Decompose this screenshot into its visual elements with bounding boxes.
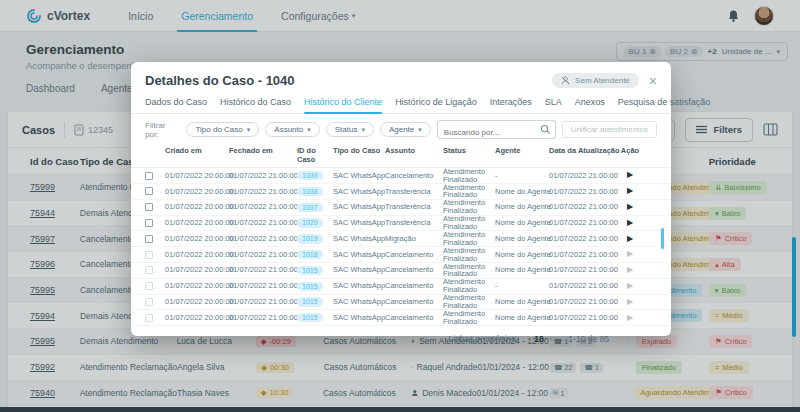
- play-action-icon[interactable]: ▶: [627, 170, 633, 179]
- no-agent-label: Sem Atendente: [575, 76, 630, 85]
- created-at-cell: 01/07/2022 20:00:00: [165, 203, 229, 211]
- prev-page-button[interactable]: ‹: [625, 332, 629, 346]
- chevron-down-icon: ▾: [418, 126, 422, 134]
- chevron-down-icon: ▾: [307, 126, 311, 134]
- checkbox-cell: [145, 251, 165, 259]
- history-row[interactable]: 01/07/2022 20:00:0001/07/2022 21:00:0010…: [131, 263, 671, 279]
- history-row[interactable]: 01/07/2022 20:00:0001/07/2022 21:00:0010…: [131, 168, 671, 184]
- subject-cell: Cancelamento: [385, 266, 443, 274]
- play-action-icon[interactable]: ▶: [627, 297, 633, 306]
- row-checkbox[interactable]: [145, 314, 153, 322]
- modal-tab[interactable]: Histórico de Ligação: [395, 97, 477, 113]
- row-checkbox[interactable]: [145, 251, 153, 259]
- case-type-cell: SAC WhatsApp: [333, 203, 385, 211]
- row-checkbox[interactable]: [145, 298, 153, 306]
- filter-pill[interactable]: Status▾: [326, 122, 374, 137]
- modal-tab[interactable]: Histórico do Caso: [220, 97, 291, 113]
- pagination: Linhas por página: 10 ▾ 1-10 de 85 ‹ ›: [131, 326, 671, 346]
- history-row[interactable]: 01/07/2022 20:00:0001/07/2022 21:00:0010…: [131, 295, 671, 311]
- row-checkbox[interactable]: [145, 235, 153, 243]
- rows-per-page-value: 10: [534, 334, 543, 344]
- modal-tab[interactable]: SLA: [545, 97, 562, 113]
- history-row[interactable]: 01/07/2022 20:00:0001/07/2022 21:00:0010…: [131, 247, 671, 263]
- case-type-cell: SAC WhatsApp: [333, 188, 385, 196]
- checkbox-cell: [145, 172, 165, 180]
- history-row[interactable]: 01/07/2022 20:00:0001/07/2022 21:00:0010…: [131, 200, 671, 216]
- play-action-icon[interactable]: ▶: [627, 313, 633, 322]
- status-cell: Atendimento Finalizado: [443, 263, 495, 279]
- play-action-icon[interactable]: ▶: [627, 265, 633, 274]
- updated-at-cell: 01/07/2022 21:00:00: [549, 282, 619, 290]
- unify-attendances-button[interactable]: Unificar atendimentos: [562, 121, 657, 138]
- modal-tab[interactable]: Pesquisa de satisfação: [618, 97, 711, 113]
- action-cell: ▶: [619, 203, 641, 211]
- case-id-badge[interactable]: 1039: [297, 171, 323, 180]
- history-table-body: 01/07/2022 20:00:0001/07/2022 21:00:0010…: [131, 168, 671, 326]
- case-type-cell: SAC WhatsApp: [333, 282, 385, 290]
- checkbox-cell: [145, 314, 165, 322]
- no-agent-badge[interactable]: Sem Atendente: [552, 73, 639, 88]
- history-row[interactable]: 01/07/2022 20:00:0001/07/2022 21:00:0010…: [131, 216, 671, 232]
- subject-cell: Migração: [385, 235, 443, 243]
- play-action-icon[interactable]: ▶: [627, 186, 633, 195]
- status-cell: Atendimento Finalizado: [443, 184, 495, 200]
- case-id-badge[interactable]: 1020: [297, 218, 323, 227]
- status-cell: Atendimento Finalizado: [443, 247, 495, 263]
- play-action-icon[interactable]: ▶: [627, 281, 633, 290]
- history-row[interactable]: 01/07/2022 20:00:0001/07/2022 21:00:0010…: [131, 310, 671, 326]
- column-header: Tipo do Caso: [333, 147, 385, 156]
- agent-cell: Nome do Agente: [495, 266, 549, 274]
- row-checkbox[interactable]: [145, 187, 153, 195]
- case-type-cell: SAC WhatsApp: [333, 298, 385, 306]
- modal-search-input[interactable]: [438, 124, 555, 141]
- case-id-badge[interactable]: 1037: [297, 203, 323, 212]
- row-checkbox[interactable]: [145, 282, 153, 290]
- closed-at-cell: 01/07/2022 21:00:00: [229, 266, 297, 274]
- action-cell: ▶: [619, 171, 641, 179]
- updated-at-cell: 01/07/2022 21:00:00: [549, 203, 619, 211]
- next-page-button[interactable]: ›: [649, 332, 653, 346]
- row-checkbox[interactable]: [145, 172, 153, 180]
- action-cell: ▶: [619, 235, 641, 243]
- play-action-icon[interactable]: ▶: [627, 202, 633, 211]
- filter-pill[interactable]: Assunto▾: [265, 122, 319, 137]
- modal-tab[interactable]: Dados do Caso: [145, 97, 207, 113]
- play-action-icon[interactable]: ▶: [627, 234, 633, 243]
- action-cell: ▶: [619, 314, 641, 322]
- case-id-badge[interactable]: 1015: [297, 313, 323, 322]
- close-icon[interactable]: ×: [649, 74, 657, 88]
- case-id-badge[interactable]: 1038: [297, 187, 323, 196]
- case-id-badge[interactable]: 1015: [297, 282, 323, 291]
- case-id-cell: 1037: [297, 203, 333, 212]
- row-checkbox[interactable]: [145, 266, 153, 274]
- filter-pill[interactable]: Tipo do Caso▾: [186, 122, 259, 137]
- play-action-icon[interactable]: ▶: [627, 249, 633, 258]
- history-row[interactable]: 01/07/2022 20:00:0001/07/2022 21:00:0010…: [131, 279, 671, 295]
- modal-tab[interactable]: Anexos: [575, 97, 605, 113]
- case-id-cell: 1015: [297, 266, 333, 275]
- case-id-badge[interactable]: 1019: [297, 234, 323, 243]
- closed-at-cell: 01/07/2022 21:00:00: [229, 314, 297, 322]
- rows-per-page-select[interactable]: 10 ▾: [534, 334, 552, 344]
- agent-cell: Nome do Agente: [495, 235, 549, 243]
- history-row[interactable]: 01/07/2022 20:00:0001/07/2022 21:00:0010…: [131, 231, 671, 247]
- modal-table-scrollbar[interactable]: [661, 228, 664, 249]
- case-id-badge[interactable]: 1015: [297, 266, 323, 275]
- row-checkbox[interactable]: [145, 203, 153, 211]
- filter-pill[interactable]: Agente▾: [380, 122, 431, 137]
- modal-tab[interactable]: Interações: [490, 97, 532, 113]
- agent-cell: Nome do Agente: [495, 298, 549, 306]
- closed-at-cell: 01/07/2022 21:00:00: [229, 235, 297, 243]
- row-checkbox[interactable]: [145, 219, 153, 227]
- case-id-badge[interactable]: 1015: [297, 297, 323, 306]
- created-at-cell: 01/07/2022 20:00:00: [165, 188, 229, 196]
- column-header: Fechado em: [229, 147, 297, 156]
- action-cell: ▶: [619, 266, 641, 274]
- play-action-icon[interactable]: ▶: [627, 218, 633, 227]
- case-id-cell: 1015: [297, 297, 333, 306]
- modal-tab[interactable]: Histórico do Cliente: [304, 97, 382, 113]
- case-id-badge[interactable]: 1018: [297, 250, 323, 259]
- updated-at-cell: 01/07/2022 21:00:00: [549, 219, 619, 227]
- pagination-range: 1-10 de 85: [568, 334, 609, 344]
- history-row[interactable]: 01/07/2022 20:00:0001/07/2022 21:00:0010…: [131, 184, 671, 200]
